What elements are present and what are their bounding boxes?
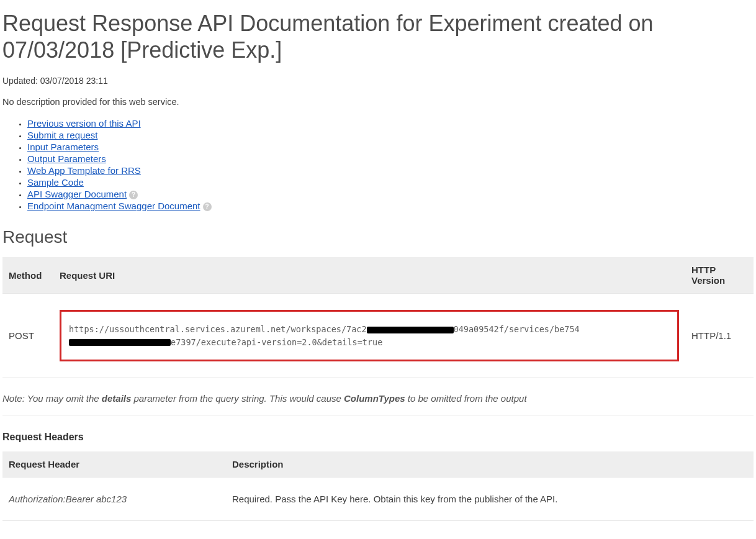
- toc-list: Previous version of this API Submit a re…: [2, 118, 754, 211]
- page-title: Request Response API Documentation for E…: [2, 10, 754, 63]
- request-heading: Request: [2, 227, 754, 247]
- details-note: Note: You may omit the details parameter…: [2, 393, 754, 415]
- help-icon[interactable]: ?: [129, 191, 138, 199]
- link-output-parameters[interactable]: Output Parameters: [27, 153, 106, 164]
- link-sample-code[interactable]: Sample Code: [27, 177, 84, 188]
- uri-part: https://ussouthcentral.services.azureml.…: [69, 324, 367, 334]
- redaction-bar: [367, 327, 454, 333]
- header-desc: Required. The length of the content body…: [226, 520, 754, 539]
- note-bold-columntypes: ColumnTypes: [344, 393, 405, 404]
- link-previous-version[interactable]: Previous version of this API: [27, 118, 141, 129]
- request-headers-table: Request Header Description Authorization…: [2, 451, 754, 539]
- link-endpoint-management-swagger[interactable]: Endpoint Managment Swagger Document: [27, 201, 200, 211]
- toc-item: API Swagger Document?: [27, 189, 754, 199]
- toc-item: Sample Code: [27, 177, 754, 188]
- updated-date: 03/07/2018 23:11: [40, 76, 108, 86]
- request-row: POST https://ussouthcentral.services.azu…: [2, 294, 754, 378]
- toc-item: Submit a request: [27, 130, 754, 140]
- note-text: to be omitted from the output: [405, 393, 527, 404]
- link-submit-request[interactable]: Submit a request: [27, 130, 97, 140]
- uri-part: 049a09542f/services/be754: [454, 324, 580, 334]
- request-table: Method Request URI HTTP Version POST htt…: [2, 257, 754, 378]
- request-headers-heading: Request Headers: [2, 432, 754, 443]
- col-header-version: HTTP Version: [685, 257, 754, 294]
- redaction-bar: [69, 339, 171, 346]
- col-header-description: Description: [226, 451, 754, 478]
- header-desc: Required. Pass the API Key here. Obtain …: [226, 477, 754, 520]
- updated-label: Updated:: [2, 76, 40, 86]
- col-header-method: Method: [2, 257, 53, 294]
- link-input-parameters[interactable]: Input Parameters: [27, 142, 99, 152]
- col-header-request-header: Request Header: [2, 451, 226, 478]
- header-name: Content-Length: [2, 520, 226, 539]
- help-icon[interactable]: ?: [203, 202, 212, 211]
- link-api-swagger[interactable]: API Swagger Document: [27, 189, 127, 199]
- toc-item: Input Parameters: [27, 142, 754, 152]
- header-row: Content-Length Required. The length of t…: [2, 520, 754, 539]
- toc-item: Previous version of this API: [27, 118, 754, 129]
- version-cell: HTTP/1.1: [685, 294, 754, 378]
- updated-line: Updated: 03/07/2018 23:11: [2, 76, 754, 86]
- header-row: Authorization:Bearer abc123 Required. Pa…: [2, 477, 754, 520]
- uri-part: e7397/execute?api-version=2.0&details=tr…: [171, 337, 382, 347]
- toc-item: Web App Template for RRS: [27, 165, 754, 176]
- note-bold-details: details: [102, 393, 132, 404]
- link-web-app-template[interactable]: Web App Template for RRS: [27, 165, 141, 176]
- toc-item: Endpoint Managment Swagger Document?: [27, 201, 754, 211]
- note-text: parameter from the query string. This wo…: [131, 393, 344, 404]
- request-uri-highlight: https://ussouthcentral.services.azureml.…: [60, 310, 679, 361]
- method-cell: POST: [2, 294, 53, 378]
- note-text: Note: You may omit the: [2, 393, 102, 404]
- uri-cell-wrapper: https://ussouthcentral.services.azureml.…: [53, 294, 685, 378]
- toc-item: Output Parameters: [27, 153, 754, 164]
- no-description-text: No description provided for this web ser…: [2, 97, 754, 107]
- col-header-uri: Request URI: [53, 257, 685, 294]
- header-name: Authorization:Bearer abc123: [2, 477, 226, 520]
